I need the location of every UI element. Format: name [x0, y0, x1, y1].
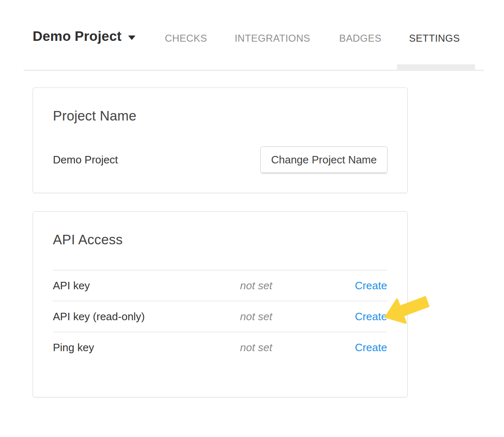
chevron-down-icon [128, 35, 136, 40]
api-access-card: API Access API key not set Create API ke… [33, 211, 408, 397]
create-api-key-readonly-link[interactable]: Create [355, 310, 387, 323]
table-row-api-key-readonly: API key (read-only) not set Create [53, 301, 387, 332]
create-ping-key-link[interactable]: Create [355, 341, 387, 354]
active-tab-indicator [397, 64, 475, 70]
nav-underline [24, 70, 484, 71]
tab-settings[interactable]: SETTINGS [409, 32, 460, 45]
settings-content: Project Name Demo Project Change Project… [33, 87, 408, 397]
table-row-api-key: API key not set Create [53, 270, 387, 301]
ping-key-value: not set [240, 341, 344, 354]
project-name-card: Project Name Demo Project Change Project… [33, 87, 408, 193]
change-project-name-button[interactable]: Change Project Name [260, 146, 388, 173]
project-title: Demo Project [33, 28, 121, 45]
tab-checks[interactable]: CHECKS [165, 32, 207, 45]
table-row-ping-key: Ping key not set Create [53, 332, 387, 363]
project-name-row: Demo Project Change Project Name [53, 146, 388, 173]
api-key-readonly-value: not set [240, 310, 344, 323]
api-key-value: not set [240, 279, 344, 292]
create-api-key-link[interactable]: Create [355, 279, 387, 292]
project-switcher[interactable]: Demo Project [33, 28, 136, 45]
api-key-readonly-label: API key (read-only) [53, 310, 240, 323]
tab-integrations[interactable]: INTEGRATIONS [235, 32, 310, 45]
tab-badges[interactable]: BADGES [339, 32, 381, 45]
ping-key-label: Ping key [53, 341, 240, 354]
api-keys-table: API key not set Create API key (read-onl… [53, 270, 387, 363]
api-access-card-title: API Access [53, 231, 388, 248]
project-name-value: Demo Project [53, 154, 118, 166]
project-name-card-title: Project Name [53, 108, 388, 124]
api-key-label: API key [53, 279, 240, 292]
